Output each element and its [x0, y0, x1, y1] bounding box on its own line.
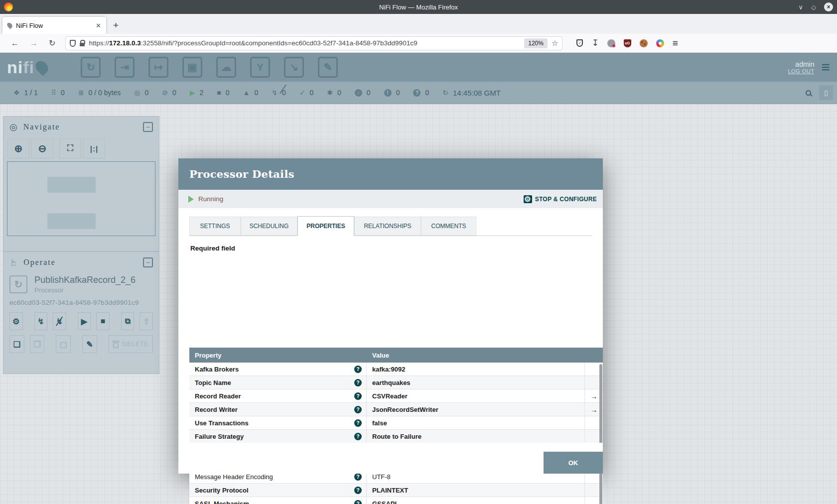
operate-panel: ☞ Operate − ↻ PublishKafkaRecord_2_6 Pro…: [3, 252, 159, 374]
window-close-button[interactable]: ×: [824, 2, 833, 11]
nifi-favicon: [6, 22, 13, 29]
new-tab-button[interactable]: +: [113, 17, 119, 34]
navigate-collapse-button[interactable]: −: [143, 122, 153, 132]
save-template-button[interactable]: ⧉: [121, 312, 135, 330]
stop-button[interactable]: ■: [96, 312, 110, 330]
delete-button[interactable]: DELETE: [109, 335, 153, 353]
mask-extension-icon[interactable]: [607, 39, 615, 47]
status-stale: ↑ 0: [355, 89, 371, 97]
start-button[interactable]: ▶: [78, 312, 91, 330]
help-icon[interactable]: ?: [354, 379, 362, 386]
tab-relationships[interactable]: RELATIONSHIPS: [354, 217, 421, 236]
back-icon[interactable]: ←: [11, 39, 19, 48]
current-user: admin: [788, 60, 814, 68]
zoom-out-button[interactable]: ⊖: [31, 138, 53, 158]
connection-lock-icon[interactable]: [80, 43, 85, 46]
table-scrollbar[interactable]: [599, 364, 602, 504]
tab-close-icon[interactable]: ✕: [96, 22, 101, 29]
threads-icon: ⠿: [51, 89, 56, 97]
processor-details-dialog: Processor Details Running ⚙ STOP & CONFI…: [178, 158, 603, 474]
running-triangle-icon: [188, 196, 194, 203]
global-menu-icon[interactable]: ≡: [821, 60, 830, 75]
table-row: Topic Name? earthquakes: [189, 376, 603, 389]
panel-toggle-button[interactable]: ▯: [819, 85, 833, 100]
processor-frame-icon: ↻: [9, 275, 27, 293]
refresh-icon[interactable]: ↻: [442, 89, 448, 97]
cookie-extension-icon[interactable]: [640, 39, 648, 47]
minimap-component: [47, 213, 96, 229]
input-port-tool-icon[interactable]: ⇥: [115, 57, 135, 78]
disabled-lightning-icon: ↯: [272, 89, 278, 97]
help-icon[interactable]: ?: [354, 419, 362, 427]
window-maximize-button[interactable]: ◇: [811, 3, 816, 11]
flow-status-bar: ❖ 1 / 1 ⠿ 0 ≣ 0 / 0 bytes ◎ 0 ⊘ 0 ▶ 2 ■ …: [0, 82, 837, 104]
dialog-title: Processor Details: [189, 168, 294, 180]
hand-pointer-icon: ☞: [8, 258, 19, 266]
remote-process-group-tool-icon[interactable]: ☁: [216, 57, 236, 78]
help-icon[interactable]: ?: [354, 500, 362, 504]
birdseye-minimap[interactable]: [7, 161, 155, 236]
enable-button[interactable]: ↯: [34, 312, 48, 330]
page-zoom-badge[interactable]: 120%: [524, 38, 548, 48]
help-icon[interactable]: ?: [354, 406, 362, 413]
search-icon[interactable]: [806, 90, 811, 96]
browser-menu-icon[interactable]: ≡: [673, 38, 678, 49]
go-to-service-arrow-icon[interactable]: →: [590, 405, 598, 414]
bookmark-star-icon[interactable]: ☆: [552, 39, 558, 48]
group-button[interactable]: ▢: [56, 335, 71, 353]
zoom-actual-size-button[interactable]: |:|: [83, 138, 105, 158]
reload-icon[interactable]: ↻: [49, 38, 55, 48]
trash-icon: [113, 342, 119, 348]
help-icon[interactable]: ?: [354, 473, 362, 481]
tab-settings[interactable]: SETTINGS: [189, 217, 241, 236]
upload-template-button[interactable]: ⇧: [140, 312, 153, 330]
not-transmitting-icon: ⊘: [162, 89, 168, 97]
status-active-threads: ⠿ 0: [51, 89, 65, 97]
shield-check-icon[interactable]: ✓: [576, 39, 583, 47]
help-icon[interactable]: ?: [354, 392, 362, 400]
browser-tab-bar: NiFi Flow ✕ +: [0, 14, 837, 34]
paste-button[interactable]: ❐: [30, 335, 45, 353]
tab-scheduling[interactable]: SCHEDULING: [241, 217, 297, 236]
help-icon[interactable]: ?: [354, 487, 362, 494]
table-row: SASL Mechanism? GSSAPI: [189, 497, 603, 504]
table-row: Record Reader? CSVReader →: [189, 389, 603, 403]
window-minimize-button[interactable]: ∨: [798, 3, 803, 11]
sync-failure-icon: ?: [413, 89, 420, 97]
processor-tool-icon[interactable]: ↻: [81, 57, 101, 78]
disable-button[interactable]: ↯: [53, 312, 66, 330]
selected-component-id: ec60cd03-52f7-341a-8458-97b3dd9901c9: [3, 294, 159, 306]
funnel-tool-icon[interactable]: Y: [250, 57, 270, 78]
downloads-icon[interactable]: ↧: [591, 38, 598, 48]
status-queued: ≣ 0 / 0 bytes: [78, 89, 121, 97]
tracking-protection-shield-icon[interactable]: [70, 40, 76, 47]
forward-icon[interactable]: →: [30, 39, 38, 48]
stop-and-configure-button[interactable]: ⚙ STOP & CONFIGURE: [524, 195, 597, 203]
ok-button[interactable]: OK: [544, 452, 603, 474]
up-to-date-check-icon: ✓: [299, 89, 305, 97]
zoom-in-button[interactable]: ⊕: [7, 138, 29, 158]
colorful-extension-icon[interactable]: [656, 39, 664, 47]
minimap-component: [47, 177, 96, 193]
fill-color-brush-button[interactable]: ✎: [82, 335, 97, 353]
tab-comments[interactable]: COMMENTS: [421, 217, 476, 236]
url-text[interactable]: https://172.18.0.3:32558/nifi/?processGr…: [89, 39, 520, 47]
help-icon[interactable]: ?: [354, 433, 362, 440]
label-tool-icon[interactable]: ✎: [318, 57, 338, 78]
operate-collapse-button[interactable]: −: [143, 257, 153, 267]
output-port-tool-icon[interactable]: ↦: [148, 57, 168, 78]
browser-tab[interactable]: NiFi Flow ✕: [2, 17, 106, 34]
template-tool-icon[interactable]: ↘: [284, 57, 304, 78]
selected-component-name: PublishKafkaRecord_2_6: [34, 275, 136, 285]
ublock-extension-icon[interactable]: uO: [624, 39, 631, 47]
copy-button[interactable]: ❏: [9, 335, 24, 353]
tab-properties[interactable]: PROPERTIES: [297, 216, 354, 236]
process-group-tool-icon[interactable]: ▣: [182, 57, 202, 78]
go-to-service-arrow-icon[interactable]: →: [590, 392, 598, 400]
url-bar[interactable]: https://172.18.0.3:32558/nifi/?processGr…: [65, 36, 562, 50]
configure-button[interactable]: ⚙: [9, 312, 23, 330]
help-icon[interactable]: ?: [354, 366, 362, 373]
invalid-warning-icon: ▲: [243, 89, 250, 97]
logout-link[interactable]: LOG OUT: [788, 68, 814, 74]
zoom-fit-button[interactable]: ⛶: [59, 138, 81, 158]
